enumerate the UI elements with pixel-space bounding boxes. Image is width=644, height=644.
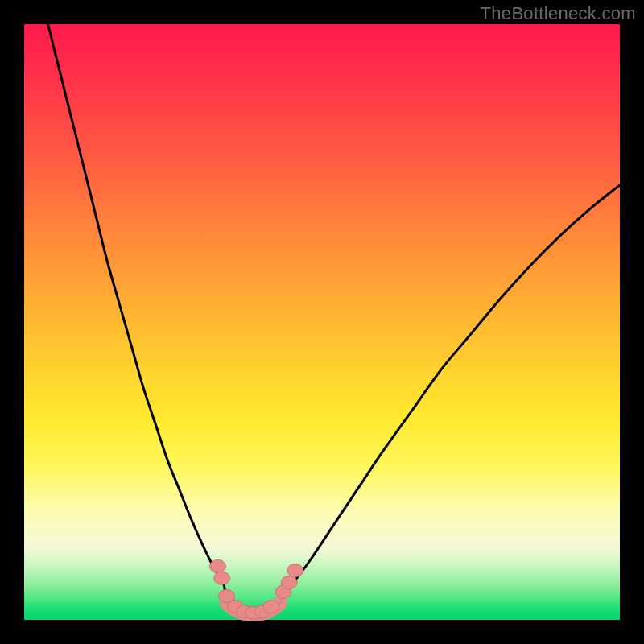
bottleneck-curve (48, 24, 620, 614)
valley-marker (287, 564, 303, 577)
valley-marker (210, 559, 226, 572)
plot-area (24, 24, 620, 620)
valley-marker (281, 576, 297, 588)
valley-marker (214, 572, 230, 584)
valley-marker (263, 601, 279, 613)
watermark-text: TheBottleneck.com (481, 3, 636, 24)
v-curve-path (48, 24, 620, 614)
curve-layer (24, 24, 620, 620)
chart-frame: TheBottleneck.com (0, 0, 644, 644)
